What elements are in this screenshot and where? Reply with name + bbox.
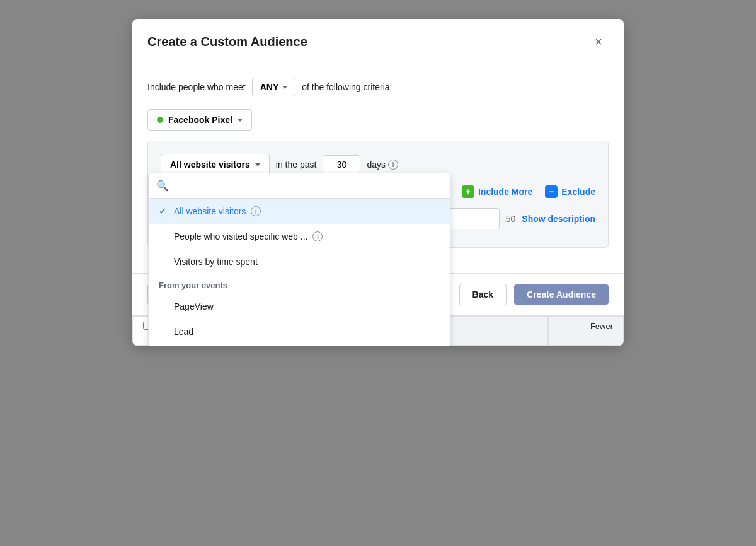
visitors-chevron-icon — [255, 163, 260, 166]
following-label: of the following criteria: — [302, 82, 392, 92]
include-more-icon: + — [462, 185, 474, 198]
pixel-section: Facebook Pixel — [147, 109, 609, 131]
search-input[interactable] — [174, 181, 442, 191]
dropdown-item-lead[interactable]: Lead — [149, 319, 450, 344]
item-label: Lead — [174, 327, 193, 337]
show-description-link[interactable]: Show description — [522, 214, 595, 224]
dropdown-item-time-spent[interactable]: Visitors by time spent — [149, 249, 450, 274]
table-col3: Fewer — [548, 316, 624, 346]
dropdown-list[interactable]: All website visitors i People who visite… — [149, 199, 450, 346]
any-label: ANY — [260, 82, 279, 92]
dropdown-item-pageview[interactable]: PageView — [149, 294, 450, 319]
modal: Create a Custom Audience × Include peopl… — [132, 19, 624, 346]
modal-header: Create a Custom Audience × — [132, 19, 624, 62]
create-audience-button[interactable]: Create Audience — [514, 284, 609, 305]
modal-body: Include people who meet ANY of the follo… — [132, 62, 624, 273]
visitors-dropdown-button[interactable]: All website visitors — [161, 154, 270, 175]
visitors-label: All website visitors — [170, 160, 250, 170]
days-input[interactable] — [323, 155, 360, 174]
item-info-icon: i — [251, 206, 261, 216]
exclude-link[interactable]: − Exclude — [545, 185, 595, 198]
modal-overlay: Create a Custom Audience × Include peopl… — [0, 0, 756, 546]
pixel-dropdown-button[interactable]: Facebook Pixel — [147, 109, 252, 131]
audience-box: All website visitors in the past days i … — [147, 141, 609, 248]
item-label: PageView — [174, 301, 214, 311]
dropdown-item-specific-web[interactable]: People who visited specific web ... i — [149, 224, 450, 249]
close-button[interactable]: × — [588, 32, 609, 52]
days-info-icon: i — [388, 160, 398, 170]
char-count: 50 — [506, 214, 516, 224]
item-info-icon: i — [312, 231, 323, 241]
pixel-chevron-icon — [238, 119, 243, 122]
back-button[interactable]: Back — [459, 284, 507, 305]
include-label: Include people who meet — [147, 82, 246, 92]
include-more-link[interactable]: + Include More — [462, 185, 532, 198]
item-label: Visitors by time spent — [174, 257, 258, 267]
dropdown-item-all-visitors[interactable]: All website visitors i — [149, 199, 450, 224]
include-more-label: Include More — [478, 187, 532, 197]
visitors-dropdown-menu: 🔍 All website visitors i People who visi… — [148, 173, 450, 346]
any-dropdown[interactable]: ANY — [252, 78, 296, 96]
exclude-label: Exclude — [561, 187, 595, 197]
item-label: People who visited specific web ... — [174, 231, 307, 241]
search-icon: 🔍 — [156, 180, 169, 192]
dropdown-section-header-events: From your events — [149, 274, 450, 294]
exclude-icon: − — [545, 185, 558, 198]
days-label: days i — [367, 160, 398, 170]
modal-title: Create a Custom Audience — [147, 35, 307, 49]
dropdown-search-box: 🔍 — [149, 173, 450, 199]
in-past-label: in the past — [276, 160, 317, 170]
item-label: All website visitors — [174, 206, 246, 216]
pixel-status-dot — [157, 117, 163, 123]
footer-right: Back Create Audience — [459, 284, 609, 305]
dropdown-item-purchase[interactable]: Purchase — [149, 344, 450, 346]
audience-row: All website visitors in the past days i — [161, 154, 595, 175]
pixel-label: Facebook Pixel — [168, 115, 232, 125]
criteria-row: Include people who meet ANY of the follo… — [147, 78, 609, 96]
any-chevron-icon — [282, 86, 287, 89]
